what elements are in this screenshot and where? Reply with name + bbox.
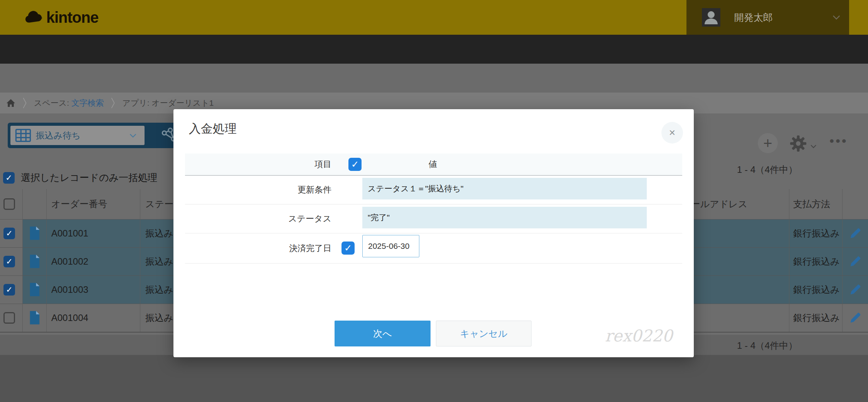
screen: kintone 開発太郎 開発環境 ? </> — [0, 0, 868, 402]
user-menu[interactable]: 開発太郎 — [686, 0, 849, 35]
breadcrumb-separator-icon — [22, 97, 27, 109]
kintone-logo[interactable]: kintone — [25, 0, 98, 35]
nav-bar: 開発環境 ? </> — [0, 35, 868, 64]
bulk-select-row: 選択したレコードのみ一括処理 — [3, 171, 157, 184]
gear-icon[interactable] — [789, 135, 807, 152]
chevron-down-icon — [129, 133, 137, 138]
cell-order[interactable]: A001004 — [51, 304, 88, 332]
cell-order[interactable]: A001003 — [51, 275, 88, 304]
row-checkbox[interactable] — [3, 312, 15, 324]
row-checkbox[interactable] — [3, 228, 15, 239]
dialog-row-date: 決済完了日 — [185, 233, 682, 263]
logo-text: kintone — [46, 9, 98, 26]
row-checkbox[interactable] — [3, 256, 15, 267]
breadcrumb-separator-icon — [111, 97, 115, 109]
table-view-icon — [15, 128, 31, 142]
chevron-down-icon[interactable] — [810, 144, 817, 149]
field-label: 更新条件 — [185, 176, 331, 204]
select-only-checkbox[interactable] — [3, 172, 15, 184]
space-link[interactable]: 文字検索 — [71, 98, 104, 107]
document-icon[interactable] — [29, 254, 40, 269]
select-all-checkbox[interactable] — [3, 198, 15, 210]
edit-icon[interactable] — [849, 283, 862, 296]
col-value-label: 値 — [429, 154, 437, 176]
cell-payment: 銀行振込み — [793, 304, 840, 332]
dialog-table-header: 項目 値 — [185, 154, 682, 176]
dialog-title: 入金処理 — [189, 121, 237, 137]
cell-payment: 銀行振込み — [793, 219, 840, 247]
chevron-down-icon — [832, 15, 841, 20]
cloud-icon — [25, 10, 43, 25]
view-name: 振込み待ち — [36, 130, 81, 142]
view-select[interactable]: 振込み待ち — [10, 126, 145, 145]
breadcrumb-space: スペース: 文字検索 — [34, 98, 104, 108]
document-icon[interactable] — [29, 311, 40, 325]
document-icon[interactable] — [29, 226, 40, 240]
field-label: 決済完了日 — [185, 233, 331, 263]
pagination-bottom: 1 - 4（4件中） — [737, 340, 797, 352]
dialog-row-condition: 更新条件 ステータス１＝"振込待ち" — [185, 176, 682, 204]
dialog-row-status: ステータス "完了" — [185, 204, 682, 233]
field-label: ステータス — [185, 204, 331, 233]
cell-order[interactable]: A001001 — [51, 219, 88, 247]
app-header: オーダーリスト1 — [0, 64, 868, 93]
add-record-button[interactable]: + — [758, 133, 778, 153]
select-only-label: 選択したレコードのみ一括処理 — [21, 171, 157, 184]
col-header-payment[interactable]: 支払方法 — [793, 189, 830, 219]
next-button[interactable]: 次へ — [335, 321, 431, 346]
avatar — [702, 8, 720, 27]
cell-order[interactable]: A001002 — [51, 247, 88, 275]
user-name: 開発太郎 — [734, 0, 773, 35]
edit-icon[interactable] — [849, 255, 862, 267]
status-value: "完了" — [362, 207, 647, 228]
row-checkbox[interactable] — [3, 284, 15, 296]
payment-date-input[interactable] — [362, 235, 419, 257]
payment-dialog: 入金処理 × 項目 値 更新条件 ステータス１＝"振込待ち" ステータス "完了… — [173, 109, 694, 357]
date-checkbox[interactable] — [341, 242, 355, 255]
breadcrumb-app: アプリ: オーダーリスト1 — [122, 98, 214, 108]
edit-icon[interactable] — [849, 227, 862, 239]
edit-icon[interactable] — [849, 311, 862, 324]
watermark: rex0220 — [605, 326, 673, 345]
cell-payment: 銀行振込み — [793, 275, 840, 304]
col-item-label: 項目 — [185, 154, 331, 176]
more-options-icon[interactable]: ••• — [829, 133, 848, 149]
top-bar: kintone 開発太郎 — [0, 0, 868, 35]
header-checkbox[interactable] — [348, 158, 362, 171]
document-icon[interactable] — [29, 282, 40, 297]
close-icon[interactable]: × — [661, 122, 683, 144]
col-header-order[interactable]: オーダー番号 — [51, 189, 107, 219]
cell-payment: 銀行振込み — [793, 247, 840, 275]
condition-value: ステータス１＝"振込待ち" — [362, 178, 647, 199]
pagination-top: 1 - 4（4件中） — [737, 164, 797, 176]
cancel-button[interactable]: キャンセル — [436, 321, 532, 346]
home-icon[interactable] — [6, 98, 15, 108]
